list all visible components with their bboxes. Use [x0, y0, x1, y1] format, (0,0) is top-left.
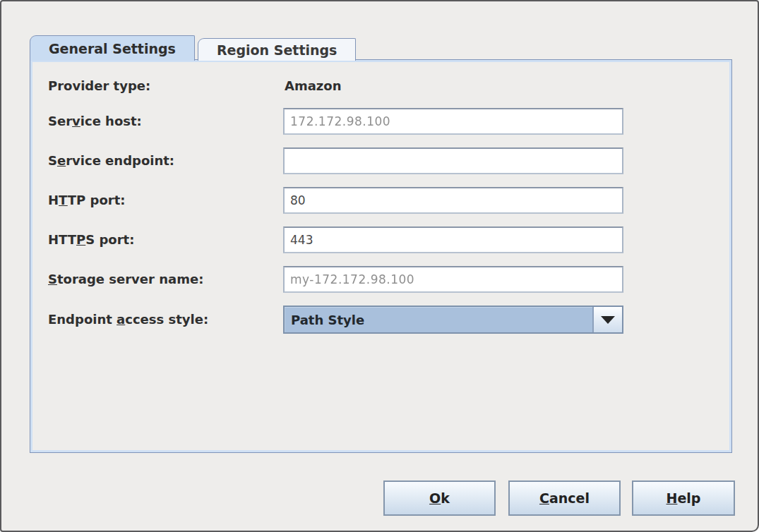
service-endpoint-label: Service endpoint:	[48, 152, 174, 169]
endpoint-access-style-label: Endpoint access style:	[48, 311, 208, 328]
https-port-label: HTTPS port:	[48, 231, 134, 248]
storage-server-name-label: Storage server name:	[48, 271, 203, 288]
settings-tab-bar: General Settings Region Settings	[30, 35, 356, 61]
help-button[interactable]: Help	[632, 480, 735, 516]
tab-region-settings[interactable]: Region Settings	[198, 38, 357, 61]
service-host-input[interactable]	[283, 108, 623, 135]
chevron-down-icon	[601, 316, 615, 324]
provider-type-label: Provider type:	[48, 78, 150, 95]
tab-general-settings-label: General Settings	[49, 41, 176, 56]
provider-type-value: Amazon	[285, 78, 342, 95]
storage-server-name-input[interactable]	[283, 266, 623, 293]
settings-dialog: General Settings Region Settings Provide…	[0, 0, 759, 532]
cancel-button[interactable]: Cancel	[508, 480, 621, 516]
endpoint-access-style-select[interactable]: Path Style	[283, 306, 623, 334]
https-port-input[interactable]	[283, 226, 623, 253]
combo-dropdown-button[interactable]	[592, 307, 622, 332]
tab-region-settings-label: Region Settings	[217, 42, 337, 58]
service-endpoint-input[interactable]	[283, 147, 623, 174]
endpoint-access-style-value: Path Style	[285, 313, 592, 327]
tab-general-settings[interactable]: General Settings	[30, 35, 195, 61]
ok-button[interactable]: Ok	[383, 480, 496, 516]
general-settings-panel: Provider type: Amazon Service host: Serv…	[30, 59, 732, 453]
http-port-label: HTTP port:	[48, 192, 125, 209]
http-port-input[interactable]	[283, 187, 623, 214]
service-host-label: Service host:	[48, 113, 142, 130]
